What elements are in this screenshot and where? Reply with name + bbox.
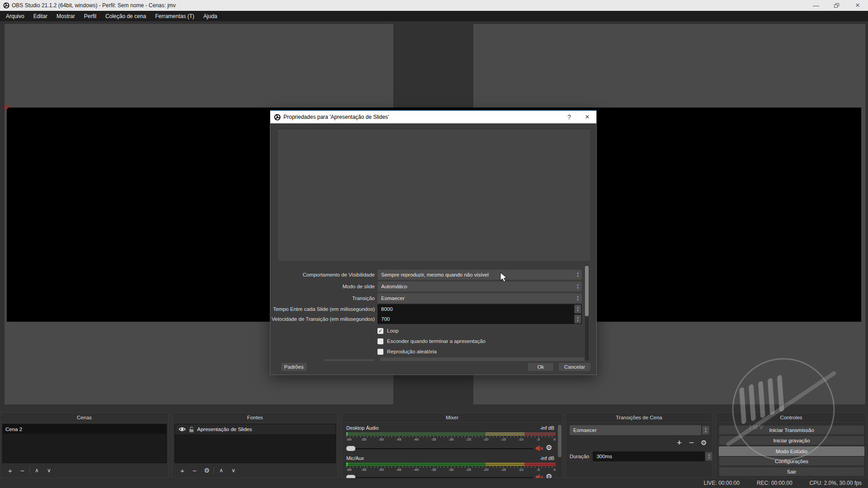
combo-value: Automático bbox=[381, 284, 407, 289]
mute-speaker-icon[interactable] bbox=[535, 445, 543, 452]
mixer-channel-desktop-audio: Desktop Áudio -inf dB -60 -55 -50 -45 -4… bbox=[342, 424, 557, 454]
menu-editar[interactable]: Editar bbox=[29, 12, 52, 21]
sources-list: Apresentação de Slides bbox=[175, 424, 336, 463]
field-label: Tempo Entre cada Slide (em milissegundos… bbox=[270, 306, 375, 312]
transition-properties-gear-icon[interactable]: ⚙ bbox=[701, 439, 707, 447]
combo-arrows-icon: ∧∨ bbox=[574, 282, 581, 291]
status-bar: LIVE: 00:00:00 REC: 00:00:00 CPU: 2.0%, … bbox=[0, 478, 868, 488]
scene-list-item[interactable]: Cena 2 bbox=[3, 424, 166, 434]
dialog-scrollbar[interactable] bbox=[585, 265, 589, 361]
channel-level: -inf dB bbox=[540, 425, 554, 431]
transition-combo[interactable]: Esmaecer ∧∨ bbox=[377, 293, 582, 303]
checkbox-label: Esconder quando terminar a apresentação bbox=[387, 338, 486, 344]
number-stepper[interactable]: ∧∨ bbox=[574, 305, 581, 314]
exit-button[interactable]: Sair bbox=[719, 467, 864, 476]
combo-value: Sempre reproduzir, mesmo quando não visí… bbox=[381, 272, 489, 277]
minimize-button[interactable]: — bbox=[806, 0, 826, 11]
duration-value: 300ms bbox=[596, 454, 612, 459]
visibility-behavior-combo[interactable]: Sempre reproduzir, mesmo quando não visí… bbox=[377, 270, 582, 280]
source-properties-gear-icon[interactable]: ⚙ bbox=[201, 467, 213, 474]
random-playback-checkbox[interactable] bbox=[377, 349, 383, 355]
obs-logo-icon bbox=[274, 114, 281, 121]
controls-panel: Controles Iniciar Transmissão Iniciar gr… bbox=[716, 413, 867, 478]
add-transition-button[interactable]: + bbox=[677, 438, 682, 448]
dialog-title: Propriedades para 'Apresentação de Slide… bbox=[283, 114, 389, 120]
scene-up-button[interactable]: ∧ bbox=[31, 467, 43, 474]
transition-speed-input[interactable]: 700 ∧∨ bbox=[377, 314, 582, 324]
channel-name: Desktop Áudio bbox=[346, 425, 379, 431]
duration-row: Duração 300ms ∧∨ bbox=[570, 451, 713, 461]
channel-settings-gear-icon[interactable]: ⚙ bbox=[546, 443, 552, 452]
menu-mostrar[interactable]: Mostrar bbox=[52, 12, 79, 21]
menu-colecao-de-cena[interactable]: Coleção de cena bbox=[101, 12, 150, 21]
remove-scene-button[interactable]: − bbox=[16, 467, 28, 474]
sources-panel-title: Fontes bbox=[173, 413, 337, 422]
scene-down-button[interactable]: ∨ bbox=[43, 467, 55, 474]
sources-panel: Fontes Apresentação de Slides + − ⚙ ∧ ∨ bbox=[172, 413, 338, 478]
live-time: LIVE: 00:00:00 bbox=[703, 480, 739, 486]
remove-source-button[interactable]: − bbox=[189, 467, 201, 474]
rec-time: REC: 00:00:00 bbox=[757, 480, 793, 486]
volume-slider[interactable] bbox=[346, 448, 533, 449]
start-recording-button[interactable]: Iniciar gravação bbox=[719, 436, 864, 445]
add-scene-button[interactable]: + bbox=[4, 467, 16, 474]
meter-tick-labels: -60 -55 -50 -45 -40 -35 -30 -25 -20 -15 … bbox=[346, 437, 556, 442]
visibility-eye-icon[interactable] bbox=[179, 427, 186, 432]
source-up-button[interactable]: ∧ bbox=[215, 467, 227, 474]
remove-transition-button[interactable]: − bbox=[689, 438, 694, 448]
slide-mode-combo[interactable]: Automático ∧∨ bbox=[377, 282, 582, 291]
window-titlebar: OBS Studio 21.1.2 (64bit, windows) - Per… bbox=[0, 0, 868, 11]
input-value: 700 bbox=[381, 316, 390, 322]
menu-ferramentas[interactable]: Ferramentas (T) bbox=[151, 12, 198, 21]
cancel-button[interactable]: Cancelar bbox=[558, 362, 591, 371]
lock-icon[interactable] bbox=[189, 427, 194, 432]
mixer-scrollbar[interactable] bbox=[558, 424, 561, 477]
combo-arrows-icon: ∧∨ bbox=[574, 294, 581, 303]
dialog-scrollbar-thumb[interactable] bbox=[585, 266, 589, 316]
meter-peak-indicator bbox=[346, 432, 348, 434]
dialog-help-button[interactable]: ? bbox=[560, 111, 578, 123]
transition-select[interactable]: Esmaecer ∧∨ bbox=[570, 425, 701, 435]
duration-input[interactable]: 300ms ∧∨ bbox=[593, 451, 705, 461]
volume-slider-handle[interactable] bbox=[346, 446, 355, 451]
defaults-button[interactable]: Padrões bbox=[281, 362, 307, 371]
form-row-slide-time: Tempo Entre cada Slide (em milissegundos… bbox=[270, 304, 587, 314]
transition-select-arrows[interactable]: ∧∨ bbox=[702, 426, 709, 435]
sources-toolbar: + − ⚙ ∧ ∨ bbox=[176, 464, 240, 477]
volume-slider-row: ⚙ bbox=[342, 444, 557, 453]
meter-peak-indicator bbox=[346, 463, 348, 464]
channel-level: -inf dB bbox=[540, 455, 554, 461]
number-stepper[interactable]: ∧∨ bbox=[574, 314, 581, 324]
duration-stepper[interactable]: ∧∨ bbox=[705, 452, 712, 461]
field-label: Transição bbox=[270, 296, 375, 301]
source-down-button[interactable]: ∨ bbox=[227, 467, 240, 474]
maximize-restore-icon bbox=[834, 3, 840, 8]
loop-checkbox[interactable]: ✓ bbox=[377, 328, 383, 334]
source-name: Apresentação de Slides bbox=[197, 427, 252, 432]
menu-arquivo[interactable]: Arquivo bbox=[2, 12, 28, 21]
add-source-button[interactable]: + bbox=[176, 467, 189, 474]
form-row-slide-mode: Modo de slide Automático ∧∨ bbox=[270, 282, 587, 291]
start-streaming-button[interactable]: Iniciar Transmissão bbox=[719, 425, 864, 435]
settings-button[interactable]: Configurações bbox=[719, 456, 864, 466]
mixer-scrollbar-thumb[interactable] bbox=[558, 425, 561, 457]
studio-mode-button[interactable]: Modo Estúdio bbox=[719, 446, 864, 456]
close-icon: × bbox=[855, 1, 860, 10]
close-icon: × bbox=[585, 113, 590, 122]
field-label: Velocidade de Transição (em milissegundo… bbox=[270, 316, 375, 322]
dialog-close-button[interactable]: × bbox=[578, 111, 596, 123]
scenes-panel: Cenas Cena 2 + − ∧ ∨ bbox=[0, 413, 169, 478]
ok-button[interactable]: Ok bbox=[528, 362, 554, 371]
scenes-list: Cena 2 bbox=[2, 424, 167, 463]
menu-ajuda[interactable]: Ajuda bbox=[199, 12, 222, 21]
slide-time-input[interactable]: 8000 ∧∨ bbox=[377, 304, 582, 314]
menu-perfil[interactable]: Perfil bbox=[80, 12, 100, 21]
source-list-item[interactable]: Apresentação de Slides bbox=[175, 424, 335, 434]
hide-when-done-checkbox[interactable] bbox=[377, 338, 383, 344]
hide-when-done-checkbox-row: Esconder quando terminar a apresentação bbox=[377, 337, 486, 345]
restore-button[interactable] bbox=[826, 0, 847, 11]
dialog-titlebar: Propriedades para 'Apresentação de Slide… bbox=[270, 111, 596, 123]
scene-transitions-panel: Transições de Cena Esmaecer ∧∨ + − ⚙ Dur… bbox=[566, 413, 712, 478]
form-row-transition: Transição Esmaecer ∧∨ bbox=[270, 293, 587, 303]
close-button[interactable]: × bbox=[847, 0, 868, 11]
